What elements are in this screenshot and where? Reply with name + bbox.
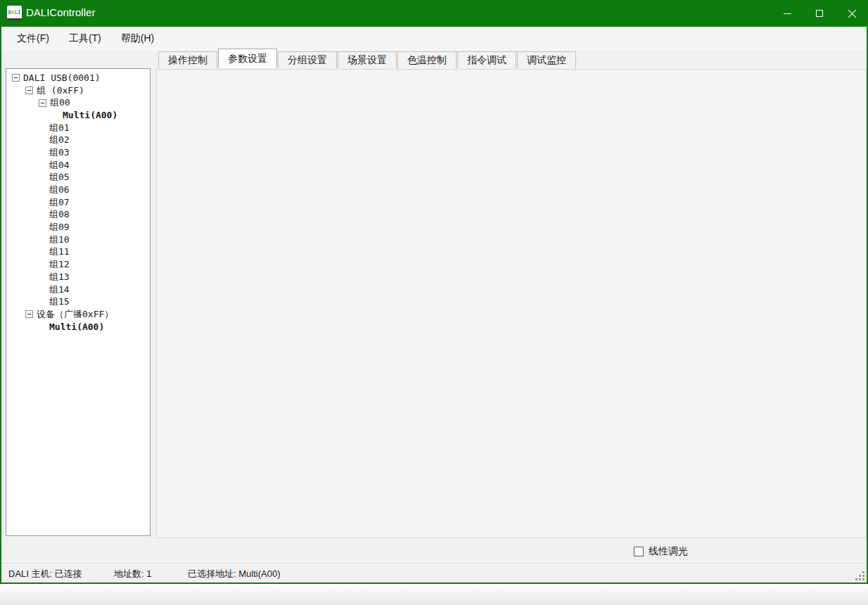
tree-item-label: 组07 xyxy=(49,196,70,209)
tab-3[interactable]: 场景设置 xyxy=(338,51,397,68)
tree-item[interactable]: 组03 xyxy=(6,146,150,159)
tree-item-label: 设备（广播0xFF） xyxy=(37,308,113,321)
checkbox-label: 线性调光 xyxy=(649,545,688,558)
tab-0[interactable]: 操作控制 xyxy=(158,51,217,68)
tree-item[interactable]: 组10 xyxy=(6,234,150,246)
tree-item-label: 组03 xyxy=(49,146,70,159)
statusbar-address-count: 地址数: 1 xyxy=(114,568,151,580)
tree-item[interactable]: 组02 xyxy=(6,134,150,146)
tree-item[interactable]: 组13 xyxy=(6,271,150,284)
tree-item[interactable]: 组08 xyxy=(6,209,150,222)
title-bar: DALI DALIController xyxy=(0,0,868,27)
tree-item-label: Multi(A00) xyxy=(63,110,117,120)
tree-item-label: 组01 xyxy=(49,122,70,134)
tree-expander-icon[interactable] xyxy=(39,99,46,107)
menu-tools[interactable]: 工具(T) xyxy=(59,30,111,48)
tree-item[interactable]: 组04 xyxy=(6,159,150,172)
tab-6[interactable]: 调试监控 xyxy=(517,51,576,68)
tree-item-label: 组00 xyxy=(50,96,70,109)
window-border-left xyxy=(0,27,1,584)
tab-2[interactable]: 分组设置 xyxy=(278,51,337,68)
tree-item-label: Multi(A00) xyxy=(49,321,104,332)
tree-item-label: 组13 xyxy=(49,271,70,284)
tree-expander-icon[interactable] xyxy=(25,87,33,94)
minimize-button[interactable] xyxy=(771,0,803,27)
tree-item-label: 组10 xyxy=(49,234,70,246)
menu-help[interactable]: 帮助(H) xyxy=(111,30,164,48)
tree-item[interactable]: 组00 xyxy=(6,96,150,109)
resize-grip-icon[interactable] xyxy=(862,578,864,580)
tree-item[interactable]: 组 (0xFF) xyxy=(6,84,150,97)
tree-item[interactable]: 组15 xyxy=(6,295,150,308)
tree-item[interactable]: DALI USB(0001) xyxy=(6,72,150,84)
tree-item[interactable]: 组07 xyxy=(6,196,150,209)
tab-1[interactable]: 参数设置 xyxy=(218,49,277,68)
tab-4[interactable]: 色温控制 xyxy=(397,51,457,68)
device-tree: DALI USB(0001)组 (0xFF)组00Multi(A00)组01组0… xyxy=(6,68,151,536)
tree-item-label: 组02 xyxy=(49,134,70,146)
tree-item[interactable]: 组05 xyxy=(6,172,150,184)
tree-item-label: 组15 xyxy=(49,295,70,308)
tree-item[interactable]: 组11 xyxy=(6,246,150,259)
maximize-icon xyxy=(816,10,823,17)
tree-item-label: 组 (0xFF) xyxy=(37,84,84,97)
tree-item[interactable]: Multi(A00) xyxy=(6,109,150,122)
close-button[interactable] xyxy=(836,0,868,27)
tree-item-label: 组12 xyxy=(49,258,70,271)
tree-item-label: 组06 xyxy=(49,184,70,196)
tab-strip: 操作控制参数设置分组设置场景设置色温控制指令调试调试监控 xyxy=(158,51,577,71)
desktop-background xyxy=(0,584,868,605)
tree-item[interactable]: Multi(A00) xyxy=(6,321,150,333)
tree-item[interactable]: 组14 xyxy=(6,284,150,296)
tree-item-label: 组04 xyxy=(49,159,70,172)
tree-item[interactable]: 组06 xyxy=(6,184,150,196)
close-icon xyxy=(848,9,857,18)
tab-5[interactable]: 指令调试 xyxy=(457,51,516,68)
checkbox-icon xyxy=(634,547,644,556)
tree-item-label: 组14 xyxy=(49,284,70,296)
tree-item-label: 组05 xyxy=(49,171,70,184)
statusbar-selected-address: 已选择地址: Multi(A00) xyxy=(188,568,280,580)
tree-item[interactable]: 组01 xyxy=(6,122,150,134)
tree-expander-icon[interactable] xyxy=(12,74,20,82)
tree-item-label: 组09 xyxy=(49,221,70,234)
tree-item[interactable]: 组09 xyxy=(6,221,150,234)
tree-expander-icon[interactable] xyxy=(25,310,33,318)
window-title: DALIController xyxy=(26,6,95,18)
status-bar: DALI 主机: 已连接 地址数: 1 已选择地址: Multi(A00) xyxy=(1,563,867,582)
tree-item-label: DALI USB(0001) xyxy=(23,72,101,83)
app-icon: DALI xyxy=(7,6,22,20)
minimize-icon xyxy=(784,13,791,14)
menu-file[interactable]: 文件(F) xyxy=(7,30,59,48)
linear-dimming-checkbox[interactable]: 线性调光 xyxy=(634,545,688,558)
maximize-button[interactable] xyxy=(803,0,836,27)
tree-item-label: 组11 xyxy=(49,246,70,258)
tree-item[interactable]: 设备（广播0xFF） xyxy=(6,308,150,321)
tree-item[interactable]: 组12 xyxy=(6,258,150,271)
tree-item-label: 组08 xyxy=(49,208,70,221)
statusbar-host: DALI 主机: 已连接 xyxy=(8,568,82,580)
menu-bar: 文件(F) 工具(T) 帮助(H) xyxy=(1,27,867,50)
tab-page-parameters xyxy=(156,69,867,538)
